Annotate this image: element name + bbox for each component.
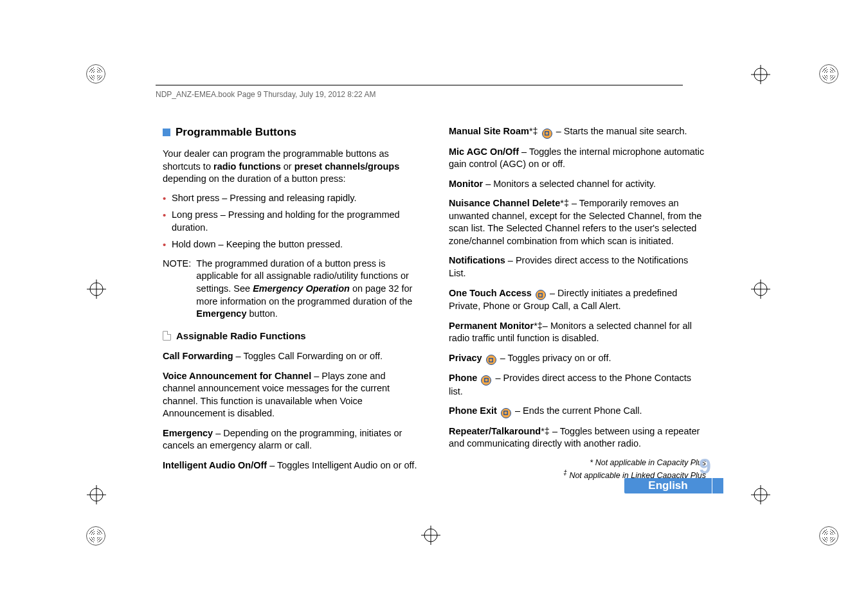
print-corner-bl — [86, 526, 105, 546]
rt-sup: *‡ — [541, 426, 550, 436]
ncd-label: Nuisance Channel Delete — [449, 198, 560, 208]
page-header-text: NDP_ANZ-EMEA.book Page 9 Thursday, July … — [156, 90, 375, 99]
fn-phone-exit: Phone Exit – Ends the current Phone Call… — [449, 405, 706, 418]
pe-text: – Ends the current Phone Call. — [515, 405, 642, 416]
fn-one-touch-access: One Touch Access – Directly initiates a … — [449, 287, 706, 313]
fn-voice-announcement: Voice Announcement for Channel – Plays z… — [163, 370, 420, 420]
content-area: Programmable Buttons Your dealer can pro… — [163, 125, 706, 481]
language-tab-edge — [712, 478, 723, 493]
note-bold: Emergency — [196, 308, 246, 319]
radio-icon — [501, 408, 511, 418]
va-label: Voice Announcement for Channel — [163, 371, 311, 381]
msr-text: – Starts the manual site search. — [556, 126, 687, 136]
right-column: Manual Site Roam*‡ – Starts the manual s… — [449, 125, 706, 481]
press-list: Short press – Pressing and releasing rap… — [163, 192, 420, 251]
mic-label: Mic AGC On/Off — [449, 147, 519, 157]
intro-bold1: radio functions — [213, 161, 281, 172]
svg-rect-22 — [504, 411, 507, 414]
intro-part2: depending on the duration of a button pr… — [163, 173, 346, 184]
ia-text: – Toggles Intelligent Audio on or off. — [267, 460, 417, 470]
rt-label: Repeater/Talkaround — [449, 426, 541, 436]
ncd-sup: *‡ — [560, 198, 569, 208]
print-crosshair-top — [751, 65, 770, 84]
pm-sup: *‡ — [534, 321, 543, 331]
intro-mid: or — [281, 161, 294, 172]
section-marker-icon — [163, 129, 170, 136]
fn-monitor: Monitor – Monitors a selected channel fo… — [449, 178, 706, 191]
subsection-title-row: Assignable Radio Functions — [163, 330, 420, 342]
fn-nuisance-channel-delete: Nuisance Channel Delete*‡ – Temporarily … — [449, 197, 706, 247]
intro-paragraph: Your dealer can program the programmable… — [163, 148, 420, 186]
press-hold: Hold down – Keeping the button pressed. — [163, 238, 420, 251]
press-short: Short press – Pressing and releasing rap… — [163, 192, 420, 205]
note-c: button. — [247, 308, 278, 319]
print-crosshair-bottom — [421, 526, 440, 545]
print-crosshair-right-upper — [751, 280, 770, 299]
fn-intelligent-audio: Intelligent Audio On/Off – Toggles Intel… — [163, 459, 420, 472]
fn-privacy: Privacy – Toggles privacy on or off. — [449, 352, 706, 366]
svg-rect-20 — [489, 359, 493, 362]
radio-icon — [542, 129, 552, 139]
fn-notifications: Notifications – Provides direct access t… — [449, 254, 706, 280]
page-header-rule — [156, 85, 683, 85]
radio-icon — [481, 375, 491, 386]
section-title-row: Programmable Buttons — [163, 125, 420, 140]
subsection-title: Assignable Radio Functions — [176, 330, 306, 342]
cf-text: – Toggles Call Forwarding on or off. — [233, 351, 383, 361]
cf-label: Call Forwarding — [163, 351, 233, 361]
print-crosshair-left-lower — [87, 485, 106, 504]
footnote-2-prefix: ‡ — [563, 469, 567, 476]
section-title: Programmable Buttons — [176, 125, 296, 140]
print-crosshair-left-upper — [87, 280, 106, 299]
fn-permanent-monitor: Permanent Monitor*‡– Monitors a selected… — [449, 320, 706, 345]
note-label: NOTE: — [163, 258, 191, 321]
not-label: Notifications — [449, 255, 505, 265]
fn-emergency: Emergency – Depending on the programming… — [163, 427, 420, 452]
print-corner-tl — [86, 64, 105, 84]
pe-label: Phone Exit — [449, 405, 497, 416]
print-crosshair-right-lower — [751, 485, 770, 504]
press-long: Long press – Pressing and holding for th… — [163, 209, 420, 234]
mon-label: Monitor — [449, 179, 483, 189]
footnote-1: * Not applicable in Capacity Plus — [449, 458, 706, 468]
page-number: 9 — [699, 454, 711, 479]
svg-rect-21 — [485, 378, 488, 382]
fn-mic-agc: Mic AGC On/Off – Toggles the internal mi… — [449, 146, 706, 171]
note-block: NOTE: The programmed duration of a butto… — [163, 258, 420, 321]
msr-sup: *‡ — [529, 126, 538, 136]
fn-manual-site-roam: Manual Site Roam*‡ – Starts the manual s… — [449, 125, 706, 139]
note-em: Emergency Operation — [253, 283, 350, 294]
svg-rect-18 — [545, 132, 548, 135]
ia-label: Intelligent Audio On/Off — [163, 460, 267, 470]
language-tab: English — [624, 478, 712, 493]
pm-label: Permanent Monitor — [449, 321, 534, 331]
left-column: Programmable Buttons Your dealer can pro… — [163, 125, 420, 481]
fn-phone: Phone – Provides direct access to the Ph… — [449, 372, 706, 398]
priv-label: Privacy — [449, 353, 482, 363]
ota-label: One Touch Access — [449, 288, 532, 298]
fn-repeater-talkaround: Repeater/Talkaround*‡ – Toggles between … — [449, 425, 706, 450]
msr-label: Manual Site Roam — [449, 126, 529, 136]
em-label: Emergency — [163, 428, 213, 438]
print-corner-tr — [819, 64, 838, 84]
svg-rect-19 — [539, 293, 542, 296]
document-icon — [163, 331, 171, 341]
print-corner-br — [819, 526, 838, 546]
mon-text: – Monitors a selected channel for activi… — [483, 179, 656, 189]
fn-call-forwarding: Call Forwarding – Toggles Call Forwardin… — [163, 350, 420, 363]
intro-bold2: preset channels/groups — [294, 161, 400, 172]
priv-text: – Toggles privacy on or off. — [500, 353, 611, 363]
radio-icon — [486, 355, 496, 365]
note-body: The programmed duration of a button pres… — [196, 258, 420, 321]
page-header: NDP_ANZ-EMEA.book Page 9 Thursday, July … — [156, 90, 375, 99]
radio-icon — [536, 290, 546, 300]
phone-label: Phone — [449, 373, 477, 383]
